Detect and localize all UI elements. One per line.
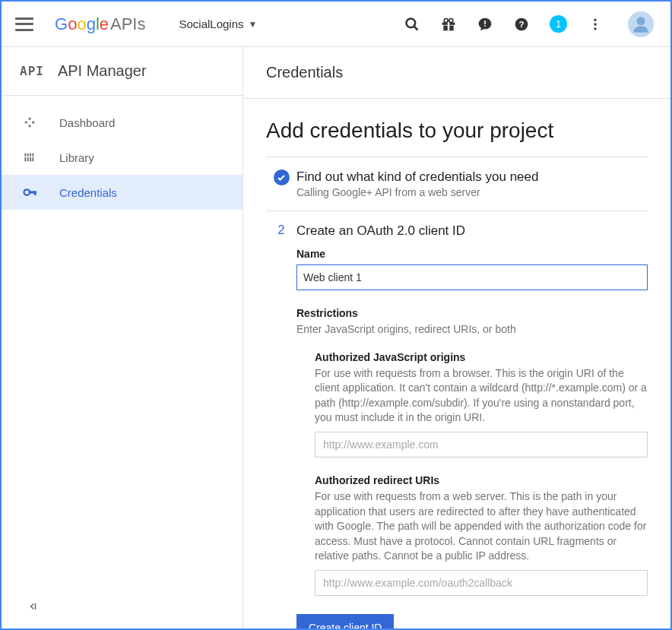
svg-point-13	[594, 27, 596, 30]
main: Credentials Add credentials to your proj…	[243, 47, 670, 628]
help-icon[interactable]: ?	[513, 16, 530, 33]
step1-title: Find out what kind of credentials you ne…	[296, 169, 648, 185]
notification-count: 1	[556, 19, 561, 30]
sidebar-item-label: Library	[59, 151, 94, 164]
notification-badge[interactable]: 1	[550, 15, 567, 33]
google-apis-logo[interactable]: Google APIs	[55, 14, 145, 34]
sidebar-title: API Manager	[58, 62, 147, 80]
dashboard-icon	[23, 116, 36, 128]
library-icon	[23, 151, 36, 163]
svg-text:?: ?	[518, 19, 524, 29]
sidebar-header: API API Manager	[2, 47, 242, 96]
svg-rect-8	[484, 25, 486, 27]
step-2: 2 Create an OAuth 2.0 client ID Name Res…	[266, 211, 648, 628]
step2-number: 2	[278, 223, 285, 628]
project-name: SocialLogins	[179, 17, 243, 30]
redirect-uris-input[interactable]	[315, 570, 648, 596]
sidebar-item-label: Credentials	[59, 186, 117, 199]
step2-title: Create an OAuth 2.0 client ID	[296, 223, 648, 239]
js-origins-label: Authorized JavaScript origins	[315, 351, 648, 363]
sidebar: API API Manager Dashboard Library Cred	[2, 47, 243, 628]
page-title: Add credentials to your project	[266, 119, 648, 143]
redirect-uris-label: Authorized redirect URIs	[315, 474, 648, 486]
svg-rect-22	[34, 192, 36, 195]
account-avatar[interactable]	[628, 11, 654, 37]
sidebar-nav: Dashboard Library Credentials	[2, 96, 242, 210]
svg-rect-7	[484, 21, 486, 24]
restrictions-sub: Enter JavaScript origins, redirect URIs,…	[296, 322, 648, 337]
sidebar-item-credentials[interactable]: Credentials	[2, 175, 242, 210]
gift-icon[interactable]	[440, 16, 457, 33]
svg-rect-19	[24, 157, 33, 157]
key-icon	[23, 185, 36, 199]
js-origins-desc: For use with requests from a browser. Th…	[315, 366, 648, 426]
caret-down-icon: ▼	[249, 19, 258, 30]
menu-icon[interactable]	[15, 15, 33, 33]
sidebar-item-label: Dashboard	[59, 116, 115, 129]
svg-point-0	[407, 18, 416, 27]
project-picker[interactable]: SocialLogins ▼	[179, 17, 257, 30]
logo-apis-text: APIs	[110, 14, 145, 34]
svg-point-14	[637, 17, 645, 25]
svg-point-12	[594, 23, 596, 25]
restrictions-label: Restrictions	[296, 307, 648, 319]
chat-alert-icon[interactable]	[477, 16, 493, 33]
api-logo: API	[20, 64, 44, 78]
svg-point-5	[444, 18, 448, 22]
topbar: Google APIs SocialLogins ▼ ? 1	[2, 2, 670, 47]
check-icon	[274, 169, 290, 185]
svg-line-1	[414, 26, 418, 30]
svg-point-6	[449, 18, 453, 22]
sidebar-item-dashboard[interactable]: Dashboard	[2, 105, 242, 140]
page-header: Credentials	[243, 47, 670, 99]
topbar-actions: ? 1	[404, 11, 654, 37]
collapse-sidebar-icon[interactable]	[2, 587, 242, 628]
step1-sub: Calling Google+ API from a web server	[296, 186, 648, 198]
redirect-uris-desc: For use with requests from a web server.…	[315, 489, 648, 564]
js-origins-input[interactable]	[315, 432, 648, 457]
name-label: Name	[296, 248, 648, 260]
svg-point-11	[594, 18, 596, 21]
sidebar-item-library[interactable]: Library	[2, 140, 242, 175]
step-1: Find out what kind of credentials you ne…	[266, 157, 648, 211]
search-icon[interactable]	[404, 16, 420, 33]
create-client-id-button[interactable]: Create client ID	[296, 614, 394, 628]
overflow-icon[interactable]	[587, 16, 604, 33]
client-name-input[interactable]	[296, 264, 648, 290]
